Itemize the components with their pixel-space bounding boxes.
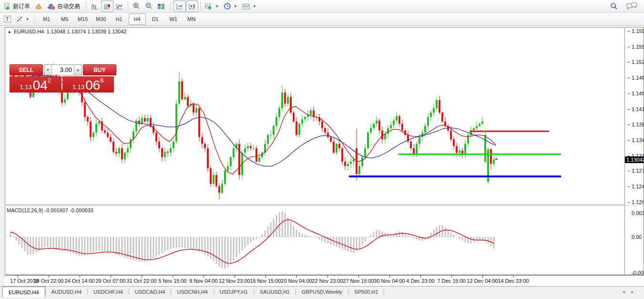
sell-price-display[interactable]: 1.13 04 2 bbox=[10, 76, 61, 93]
sell-button[interactable]: SELL bbox=[10, 64, 43, 75]
time-tick bbox=[513, 276, 514, 278]
chart-tab-gbpusd[interactable]: GBPUSD,Weekly bbox=[296, 287, 348, 297]
chat-bubbles-icon bbox=[626, 2, 638, 10]
candle bbox=[98, 122, 100, 124]
periods-button[interactable]: ▼ bbox=[221, 0, 240, 12]
chart-shift-button[interactable] bbox=[186, 0, 198, 12]
candle bbox=[433, 108, 435, 113]
candle bbox=[381, 131, 383, 140]
candle bbox=[436, 100, 438, 108]
timeframe-button-h1[interactable]: H1 bbox=[111, 13, 128, 25]
candle bbox=[393, 121, 395, 125]
time-label: 24 Oct 14:00 bbox=[65, 278, 95, 284]
buy-price-sup: 6 bbox=[100, 77, 103, 84]
auto-scroll-button[interactable] bbox=[174, 0, 186, 12]
candle bbox=[321, 122, 323, 128]
candle bbox=[247, 146, 249, 148]
candlestick-icon bbox=[103, 3, 111, 10]
timeframe-button-m15[interactable]: M15 bbox=[74, 13, 92, 25]
crosshair-tool-button[interactable]: ▼ bbox=[13, 13, 32, 25]
tile-windows-icon bbox=[157, 3, 165, 10]
dropdown-caret: ▼ bbox=[26, 17, 30, 21]
time-label: 27 Nov 15:00 bbox=[343, 278, 374, 284]
candle bbox=[278, 108, 280, 117]
zoom-out-button[interactable] bbox=[143, 0, 155, 12]
time-label: 31 Oct 22:00 bbox=[127, 278, 157, 284]
buy-price-display[interactable]: 1.13 06 6 bbox=[62, 76, 114, 93]
volume-decrease-button[interactable]: ▼ bbox=[44, 65, 52, 75]
chart-tab-usdcnh[interactable]: USDCNH,H4 bbox=[171, 287, 213, 297]
time-tick bbox=[451, 276, 452, 278]
chart-tab-xauusd[interactable]: XAUUSD,H1 bbox=[254, 287, 296, 297]
candle bbox=[144, 118, 146, 121]
timeframe-button-d1[interactable]: D1 bbox=[147, 13, 164, 25]
timeframe-button-w1[interactable]: W1 bbox=[165, 13, 182, 25]
dropdown-caret: ▼ bbox=[215, 4, 219, 9]
candle bbox=[490, 149, 492, 164]
timeframe-button-h4[interactable]: H4 bbox=[129, 13, 146, 25]
zoom-in-button[interactable] bbox=[130, 0, 143, 12]
new-order-button[interactable]: 新订单 bbox=[1, 0, 32, 12]
candle bbox=[110, 137, 112, 142]
indicators-icon bbox=[205, 3, 213, 10]
candle bbox=[479, 124, 480, 126]
candle bbox=[187, 97, 189, 106]
chart-tab-usdcad[interactable]: USDCAD,H4 bbox=[129, 287, 171, 297]
chart-header: ▲ EURUSD,H4 1.13048 1.13074 1.13039 1.13… bbox=[8, 29, 127, 34]
time-axis[interactable]: 17 Oct 201819 Oct 22:0024 Oct 14:0029 Oc… bbox=[5, 275, 644, 286]
tile-windows-button[interactable] bbox=[155, 0, 167, 12]
candle bbox=[124, 153, 126, 159]
candle bbox=[253, 148, 255, 149]
collapse-triangle-icon[interactable]: ▲ bbox=[8, 30, 11, 34]
candle bbox=[373, 124, 375, 128]
candle bbox=[430, 113, 432, 117]
timeframe-button-m5[interactable]: M5 bbox=[56, 13, 73, 25]
line-chart-button[interactable] bbox=[113, 0, 126, 12]
candle bbox=[141, 118, 143, 124]
time-label: 5 Nov 15:00 bbox=[158, 278, 186, 284]
candle bbox=[413, 148, 415, 154]
volume-increase-button[interactable]: ▲ bbox=[74, 65, 82, 75]
tab-scroll-arrows[interactable]: ◂▸ bbox=[623, 289, 640, 294]
chart-tab-sp500[interactable]: SP500,H1 bbox=[348, 287, 384, 297]
time-tick bbox=[358, 276, 359, 278]
candle bbox=[287, 97, 289, 103]
text-label-tool-button[interactable]: T bbox=[1, 13, 13, 25]
chat-button[interactable] bbox=[624, 1, 640, 12]
periods-clock-icon bbox=[224, 2, 231, 10]
candle bbox=[304, 117, 306, 119]
candle bbox=[92, 133, 94, 137]
autotrading-button[interactable]: 自动交易 bbox=[45, 0, 82, 12]
toolbar-separator bbox=[128, 1, 128, 11]
candlestick-button[interactable] bbox=[101, 0, 113, 12]
new-order-label: 新订单 bbox=[13, 2, 30, 10]
search-button[interactable] bbox=[607, 1, 620, 12]
expert-wizard-button[interactable] bbox=[32, 0, 45, 12]
candle bbox=[453, 139, 455, 146]
volume-input[interactable] bbox=[52, 65, 74, 75]
timeframe-button-mn[interactable]: MN bbox=[183, 13, 200, 25]
templates-button[interactable]: ▼ bbox=[240, 0, 259, 12]
bar-chart-button[interactable] bbox=[89, 0, 101, 12]
candle bbox=[481, 122, 483, 124]
time-tick bbox=[482, 276, 483, 278]
candle bbox=[333, 142, 335, 153]
indicators-button[interactable]: ▼ bbox=[203, 0, 221, 12]
timeframe-button-m1[interactable]: M1 bbox=[38, 13, 55, 25]
time-label: 7 Dec 15:00 bbox=[437, 278, 465, 284]
chart-tab-audusd[interactable]: AUDUSD,H4 bbox=[46, 287, 88, 297]
timeframe-button-m30[interactable]: M30 bbox=[92, 13, 110, 25]
chart-tab-usdchf[interactable]: USDCHF,H4 bbox=[88, 287, 129, 297]
candle bbox=[210, 168, 212, 184]
mt4-window: 新订单 自动交易 bbox=[0, 0, 644, 299]
candle bbox=[198, 108, 200, 137]
buy-button[interactable]: BUY bbox=[83, 64, 116, 75]
chart-ohlc-label: 1.13048 1.13074 1.13039 1.13042 bbox=[47, 29, 127, 34]
candle bbox=[344, 162, 346, 166]
candle bbox=[399, 116, 400, 124]
chart-tab-eurusd[interactable]: EURUSD,H4 bbox=[2, 287, 45, 297]
candle bbox=[439, 100, 440, 113]
macd-tick-0.00: 0.00 bbox=[632, 234, 642, 240]
candle bbox=[427, 117, 429, 126]
chart-tab-usdjpy[interactable]: USDJPY,H1 bbox=[214, 287, 254, 297]
